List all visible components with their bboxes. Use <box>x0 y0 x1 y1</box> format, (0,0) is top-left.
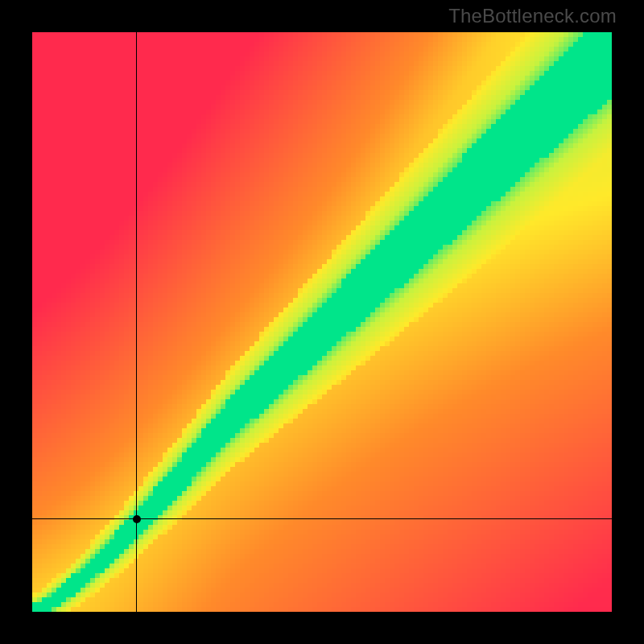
chart-frame: TheBottleneck.com <box>0 0 644 644</box>
crosshair-vertical <box>136 32 137 612</box>
heatmap-canvas <box>32 32 612 612</box>
watermark-text: TheBottleneck.com <box>448 5 617 27</box>
crosshair-horizontal <box>32 518 612 519</box>
selection-marker <box>133 515 141 523</box>
